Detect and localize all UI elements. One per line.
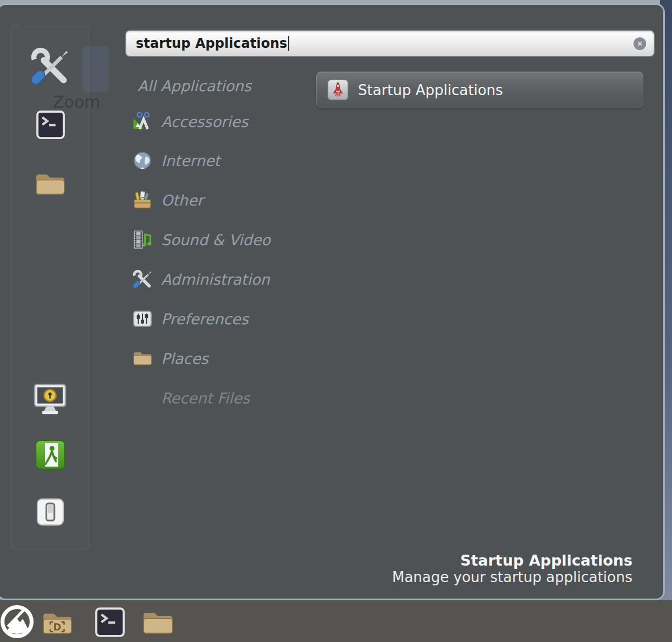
category-recent-files[interactable]: Recent Files <box>132 387 319 409</box>
preferences-icon <box>132 308 153 329</box>
sound-video-icon <box>132 229 153 250</box>
recent-files-icon-placeholder <box>132 388 153 408</box>
result-label: Startup Applications <box>358 82 503 98</box>
svg-text:D: D <box>53 622 62 633</box>
administration-icon <box>132 269 153 290</box>
category-label: Other <box>161 192 203 209</box>
file-manager-icon[interactable] <box>141 606 175 640</box>
selection-info-subtitle: Manage your startup applications <box>392 569 632 586</box>
category-label: Accessories <box>161 113 248 130</box>
category-label: Places <box>161 350 208 367</box>
result-startup-applications[interactable]: Startup Applications <box>316 71 643 108</box>
search-input[interactable]: startup Applications ✕ <box>125 30 654 57</box>
selection-info: Startup Applications Manage your startup… <box>392 552 632 586</box>
startup-applications-icon <box>327 79 349 101</box>
logout-icon[interactable] <box>35 439 66 471</box>
category-label: Preferences <box>161 311 249 328</box>
desktop-folder-icon[interactable]: D <box>41 607 74 640</box>
other-icon <box>132 190 153 211</box>
category-accessories[interactable]: Accessories <box>132 110 319 132</box>
category-label: Sound & Video <box>161 231 271 248</box>
system-tools-icon[interactable] <box>29 46 71 87</box>
category-other[interactable]: Other <box>132 189 319 211</box>
terminal-icon[interactable] <box>95 607 125 638</box>
shutdown-icon[interactable] <box>36 497 65 527</box>
category-internet[interactable]: Internet <box>132 150 319 171</box>
category-label: Internet <box>161 152 220 169</box>
terminal-icon[interactable] <box>36 110 65 140</box>
selection-info-title: Startup Applications <box>392 552 632 569</box>
category-all-applications[interactable]: All Applications <box>132 75 319 97</box>
text-caret <box>288 36 289 51</box>
clear-search-icon[interactable]: ✕ <box>634 37 646 50</box>
file-manager-icon[interactable] <box>34 168 67 201</box>
sidebar-favorites <box>10 25 90 550</box>
category-label: All Applications <box>137 78 251 95</box>
internet-icon <box>132 150 153 171</box>
search-input-value: startup Applications <box>136 36 287 51</box>
category-label: Administration <box>161 271 270 288</box>
lock-screen-icon[interactable] <box>32 381 68 417</box>
category-places[interactable]: Places <box>132 347 319 369</box>
category-label: Recent Files <box>161 390 250 407</box>
taskbar: D <box>0 600 672 642</box>
category-preferences[interactable]: Preferences <box>132 308 319 330</box>
places-icon <box>132 348 153 369</box>
category-sound-video[interactable]: Sound & Video <box>132 229 319 251</box>
accessories-icon <box>132 111 153 132</box>
menu-logo-icon[interactable] <box>0 605 34 639</box>
category-administration[interactable]: Administration <box>132 268 319 290</box>
